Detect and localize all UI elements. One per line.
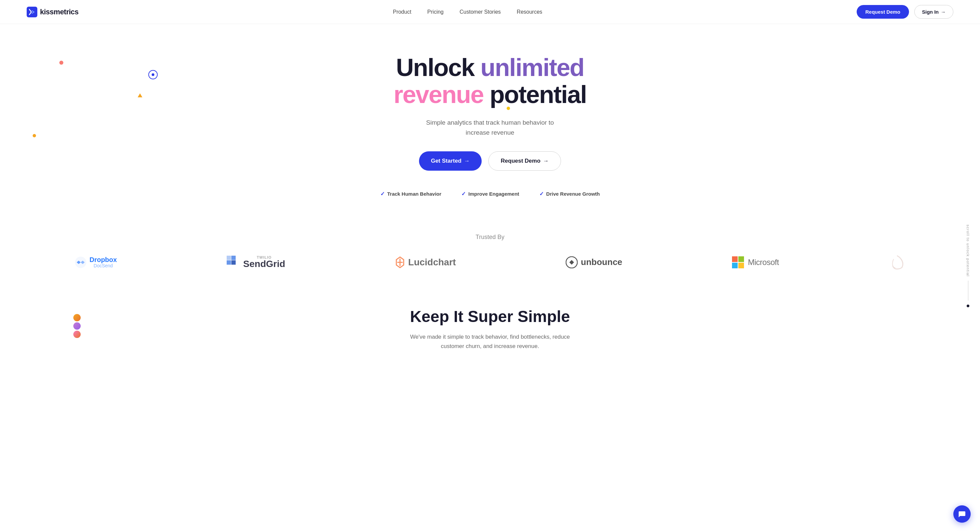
microsoft-text: Microsoft [748,258,779,267]
mystery-brand-icon [889,254,905,271]
sendgrid-logo: TWILIO SendGrid [227,256,285,269]
svg-rect-5 [231,260,235,264]
nav-item-product[interactable]: Product [393,9,411,15]
decorative-dot-red [59,61,63,65]
decorative-dot-orange [33,134,36,137]
svg-rect-3 [231,256,235,260]
scroll-dot [967,305,969,307]
dropbox-text: Dropbox [89,256,117,263]
mystery-logo [889,254,905,271]
svg-rect-8 [738,256,744,262]
svg-rect-4 [227,260,231,264]
signin-arrow-icon: → [941,9,946,15]
check-revenue-icon: ✓ [539,191,544,197]
logo-text: kissmetrics [40,8,79,16]
docsend-text: DocSend [89,263,117,268]
hero-request-demo-button[interactable]: Request Demo → [488,151,561,170]
svg-rect-2 [227,256,231,260]
hero-subtitle: Simple analytics that track human behavi… [420,118,560,138]
nav-item-customer-stories[interactable]: Customer Stories [460,9,501,15]
get-started-arrow-icon: → [464,158,470,164]
dropbox-icon [75,256,87,268]
lucidchart-icon [395,256,405,268]
feature-engage: ✓ Improve Engagement [461,191,519,197]
decorative-circle-inner [152,73,154,76]
demo-arrow-icon: → [543,158,549,164]
unbounce-icon [566,256,578,268]
scroll-indicator-text: scroll to unlock potential [966,225,970,277]
logos-row: Dropbox DocSend TWILIO SendGrid [27,254,953,271]
lucidchart-text: Lucidchart [408,257,456,268]
kissmetrics-logo-icon [27,7,37,18]
ball-2 [73,322,81,330]
scroll-line [968,281,968,301]
nav-sign-in-button[interactable]: Sign In → [914,5,953,19]
hero-title: Unlock unlimited revenue potential [7,54,973,108]
trusted-label: Trusted By [27,234,953,241]
get-started-button[interactable]: Get Started → [419,151,482,170]
svg-rect-9 [732,263,738,268]
scroll-indicator: scroll to unlock potential [966,225,970,307]
check-engage-icon: ✓ [461,191,466,197]
nav-item-resources[interactable]: Resources [517,9,542,15]
svg-rect-0 [27,7,37,18]
sendgrid-text: SendGrid [243,259,285,269]
unbounce-text: unbounce [581,257,622,268]
trusted-section: Trusted By Dropbox DocSend [0,217,980,287]
hero-buttons: Get Started → Request Demo → [7,151,973,170]
microsoft-logo: Microsoft [732,256,779,268]
balls-decoration [73,314,81,338]
feature-revenue: ✓ Drive Revenue Growth [539,191,600,197]
navbar: kissmetrics Product Pricing Customer Sto… [0,0,980,24]
lucidchart-logo: Lucidchart [395,256,456,268]
ball-1 [73,314,81,321]
svg-rect-10 [738,263,744,268]
hero-features: ✓ Track Human Behavior ✓ Improve Engagem… [7,191,973,197]
nav-item-pricing[interactable]: Pricing [427,9,444,15]
nav-request-demo-button[interactable]: Request Demo [857,5,909,19]
check-track-icon: ✓ [380,191,385,197]
ball-3 [73,331,81,338]
decorative-triangle [138,93,142,97]
nav-links: Product Pricing Customer Stories Resourc… [393,9,542,15]
simple-title: Keep It Super Simple [27,307,953,326]
unbounce-logo: unbounce [566,256,622,268]
svg-rect-7 [732,256,738,262]
sendgrid-icon [227,256,240,269]
simple-section: Keep It Super Simple We've made it simpl… [0,287,980,358]
logo-link[interactable]: kissmetrics [27,7,79,18]
feature-track: ✓ Track Human Behavior [380,191,442,197]
simple-subtitle: We've made it simple to track behavior, … [407,332,573,352]
dropbox-docsend-logo: Dropbox DocSend [75,256,117,268]
hero-section: Unlock unlimited revenue potential Simpl… [0,24,980,217]
decorative-dot-yellow [507,107,510,110]
nav-actions: Request Demo Sign In → [857,5,953,19]
microsoft-icon [732,256,744,268]
